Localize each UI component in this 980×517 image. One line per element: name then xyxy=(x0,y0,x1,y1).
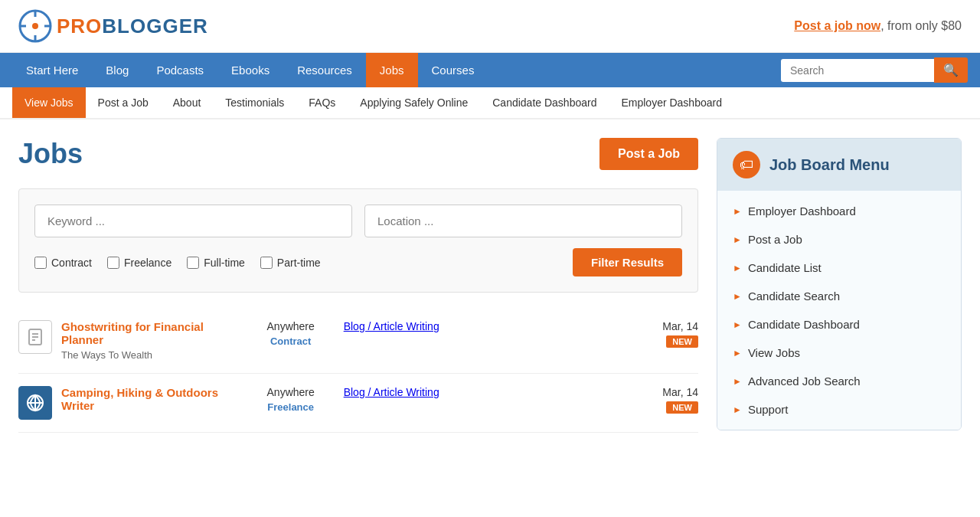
nav-item-resources[interactable]: Resources xyxy=(283,53,366,87)
arrow-icon: ► xyxy=(733,404,742,415)
table-row: Ghostwriting for Financial Planner The W… xyxy=(18,308,698,374)
location-input[interactable] xyxy=(364,205,682,237)
header: PROBLOGGER Post a job now, from only $80 xyxy=(0,0,980,53)
logo: PROBLOGGER xyxy=(18,9,208,43)
job-icon-2 xyxy=(18,386,52,420)
post-job-button[interactable]: Post a Job xyxy=(599,138,698,170)
sidebar-item-label: Candidate Search xyxy=(748,290,840,303)
sub-nav-employer-dashboard[interactable]: Employer Dashboard xyxy=(609,87,734,118)
arrow-icon: ► xyxy=(733,263,742,273)
nav-search-form: 🔍 xyxy=(781,57,968,83)
new-badge-2: NEW xyxy=(666,401,698,414)
filter-results-button[interactable]: Filter Results xyxy=(573,248,682,276)
arrow-icon: ► xyxy=(733,234,742,245)
sidebar-header: 🏷 Job Board Menu xyxy=(717,139,961,191)
sub-nav-applying-safely[interactable]: Applying Safely Online xyxy=(348,87,480,118)
freelance-checkbox[interactable] xyxy=(107,257,119,269)
sidebar-item-label: Advanced Job Search xyxy=(748,375,861,388)
svg-point-1 xyxy=(32,23,38,29)
job-date-1: Mar, 14 xyxy=(637,320,698,332)
sub-nav-about[interactable]: About xyxy=(161,87,214,118)
parttime-checkbox-group: Part-time xyxy=(260,257,321,269)
nav-item-start-here[interactable]: Start Here xyxy=(12,53,92,87)
page-title: Jobs xyxy=(18,138,83,170)
contract-label: Contract xyxy=(51,257,92,269)
arrow-icon: ► xyxy=(733,348,742,358)
sidebar-item-employer-dashboard[interactable]: ► Employer Dashboard xyxy=(717,197,961,225)
nav-item-jobs[interactable]: Jobs xyxy=(366,53,418,87)
job-title-2: Camping, Hiking & Outdoors Writer xyxy=(61,386,247,412)
sub-nav-faqs[interactable]: FAQs xyxy=(296,87,348,118)
sidebar-menu: 🏷 Job Board Menu ► Employer Dashboard ► … xyxy=(717,138,962,430)
arrow-icon: ► xyxy=(733,291,742,302)
job-category-1: Blog / Article Writing xyxy=(344,320,443,332)
job-category-link-2[interactable]: Blog / Article Writing xyxy=(344,386,439,398)
parttime-checkbox[interactable] xyxy=(260,257,273,269)
job-meta-1: Anywhere Contract Blog / Article Writing xyxy=(256,320,628,347)
parttime-label: Part-time xyxy=(277,257,321,269)
job-title-link-1[interactable]: Ghostwriting for Financial Planner xyxy=(61,320,204,346)
filter-row: Contract Freelance Full-time Part-time F… xyxy=(34,248,682,276)
job-title-link-2[interactable]: Camping, Hiking & Outdoors Writer xyxy=(61,386,218,412)
sidebar: 🏷 Job Board Menu ► Employer Dashboard ► … xyxy=(717,138,962,433)
sidebar-item-candidate-search[interactable]: ► Candidate Search xyxy=(717,282,961,310)
sidebar-item-advanced-job-search[interactable]: ► Advanced Job Search xyxy=(717,367,961,395)
header-cta: Post a job now, from only $80 xyxy=(794,19,962,33)
job-meta-2: Anywhere Freelance Blog / Article Writin… xyxy=(256,386,628,413)
sidebar-item-label: Post a Job xyxy=(748,233,802,246)
job-date-col-1: Mar, 14 NEW xyxy=(637,320,698,348)
job-list: Ghostwriting for Financial Planner The W… xyxy=(18,308,698,433)
main-content: Jobs Post a Job Contract Freelance xyxy=(18,138,698,433)
job-info-1: Ghostwriting for Financial Planner The W… xyxy=(61,320,247,361)
new-badge-1: NEW xyxy=(666,335,698,348)
table-row: Camping, Hiking & Outdoors Writer Anywhe… xyxy=(18,374,698,433)
sidebar-item-candidate-list[interactable]: ► Candidate List xyxy=(717,254,961,282)
arrow-icon: ► xyxy=(733,319,742,330)
sidebar-item-label: Candidate Dashboard xyxy=(748,318,860,331)
keyword-input[interactable] xyxy=(34,205,352,237)
sidebar-items: ► Employer Dashboard ► Post a Job ► Cand… xyxy=(717,191,961,430)
job-date-2: Mar, 14 xyxy=(637,386,698,398)
job-category-2: Blog / Article Writing xyxy=(344,386,443,398)
tag-icon: 🏷 xyxy=(733,151,760,178)
search-filters: Contract Freelance Full-time Part-time F… xyxy=(18,188,698,293)
sidebar-title: Job Board Menu xyxy=(769,156,890,174)
job-type-2: Freelance xyxy=(256,401,325,413)
nav-item-blog[interactable]: Blog xyxy=(92,53,142,87)
sidebar-item-label: Employer Dashboard xyxy=(748,205,856,218)
sub-nav-testimonials[interactable]: Testimonials xyxy=(213,87,296,118)
sub-nav-post-job[interactable]: Post a Job xyxy=(86,87,161,118)
nav-item-podcasts[interactable]: Podcasts xyxy=(142,53,217,87)
job-icon-1 xyxy=(18,320,52,354)
job-date-col-2: Mar, 14 NEW xyxy=(637,386,698,414)
sub-nav: View Jobs Post a Job About Testimonials … xyxy=(0,87,980,119)
sub-nav-view-jobs[interactable]: View Jobs xyxy=(12,87,86,118)
nav-search-button[interactable]: 🔍 xyxy=(934,57,968,83)
sidebar-item-label: Support xyxy=(748,403,789,416)
nav-item-ebooks[interactable]: Ebooks xyxy=(217,53,283,87)
sidebar-item-candidate-dashboard[interactable]: ► Candidate Dashboard xyxy=(717,310,961,339)
fulltime-checkbox-group: Full-time xyxy=(187,257,245,269)
job-info-2: Camping, Hiking & Outdoors Writer xyxy=(61,386,247,415)
job-loc-type-2: Anywhere Freelance xyxy=(256,386,325,413)
sidebar-item-view-jobs[interactable]: ► View Jobs xyxy=(717,339,961,367)
arrow-icon: ► xyxy=(733,376,742,387)
logo-icon xyxy=(18,9,52,43)
sidebar-item-label: View Jobs xyxy=(748,346,800,359)
content: Jobs Post a Job Contract Freelance xyxy=(0,119,980,451)
job-category-link-1[interactable]: Blog / Article Writing xyxy=(344,320,439,332)
nav-item-courses[interactable]: Courses xyxy=(418,53,488,87)
fulltime-checkbox[interactable] xyxy=(187,257,199,269)
sub-nav-candidate-dashboard[interactable]: Candidate Dashboard xyxy=(480,87,609,118)
job-loc-type-1: Anywhere Contract xyxy=(256,320,325,347)
job-location-1: Anywhere xyxy=(256,320,325,332)
contract-checkbox-group: Contract xyxy=(34,257,92,269)
page-title-row: Jobs Post a Job xyxy=(18,138,698,170)
nav-search-input[interactable] xyxy=(781,59,934,82)
search-row xyxy=(34,205,682,237)
sidebar-item-post-job[interactable]: ► Post a Job xyxy=(717,225,961,254)
sidebar-item-support[interactable]: ► Support xyxy=(717,395,961,424)
arrow-icon: ► xyxy=(733,206,742,217)
contract-checkbox[interactable] xyxy=(34,257,47,269)
post-job-header-link[interactable]: Post a job now xyxy=(794,19,880,32)
